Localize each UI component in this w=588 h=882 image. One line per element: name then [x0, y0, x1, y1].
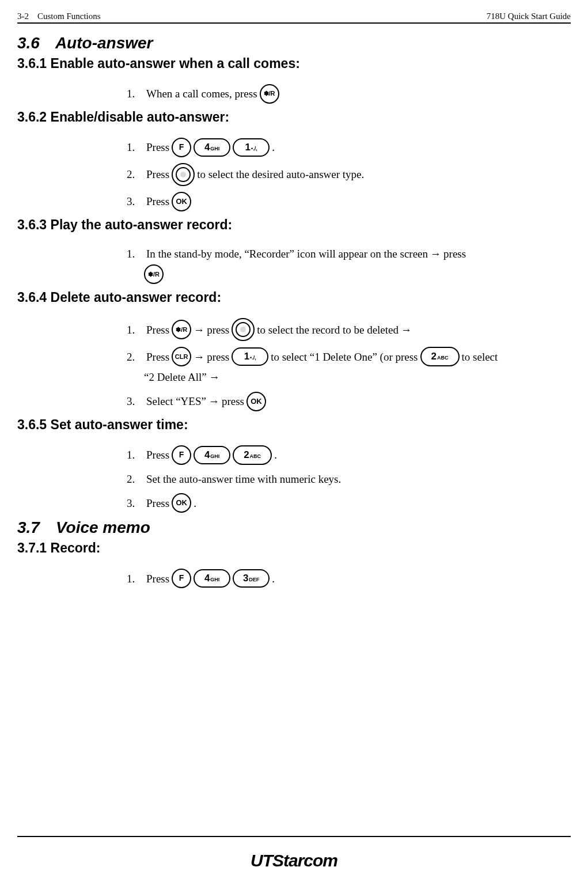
four-key-icon: 4GHI: [194, 569, 230, 588]
step-text: Press: [146, 570, 169, 587]
list-number: 3.: [127, 193, 144, 210]
f-key-icon: F: [172, 445, 191, 465]
list-item: 1. When a call comes, press ✽/R: [127, 84, 571, 104]
list-item: 3. Press OK .: [127, 493, 571, 513]
step-text: to select: [462, 349, 498, 365]
record-key-icon: ✽/R: [144, 264, 164, 284]
ok-key-icon: OK: [172, 192, 191, 211]
step-text: Set the auto-answer time with numeric ke…: [146, 471, 341, 487]
f-key-icon: F: [172, 569, 191, 588]
clr-key-icon: CLR: [172, 347, 191, 366]
list-item: 1. Press F 4GHI 2ABC .: [127, 445, 571, 465]
list-item: 1. Press F 4GHI 1•./, .: [127, 138, 571, 157]
arrow-icon: →: [401, 321, 412, 338]
arrow-icon: →: [208, 393, 219, 410]
page-header: 3-2 Custom Functions 718U Quick Start Gu…: [17, 12, 571, 21]
section-3-7-1-title: 3.7.1 Record:: [17, 540, 571, 556]
four-key-icon: 4GHI: [194, 138, 230, 157]
two-key-icon: 2ABC: [420, 347, 460, 366]
step-text: Press: [146, 166, 169, 183]
list-item: 1. Press F 4GHI 3DEF .: [127, 569, 571, 588]
step-text: press: [207, 321, 229, 338]
step-text: Press: [146, 193, 169, 210]
step-text: Select “YES”: [146, 393, 206, 410]
utstarcom-logo: UTStarcom: [0, 851, 588, 870]
record-key-icon: ✽/R: [260, 84, 279, 104]
section-3-7-title: 3.7 Voice memo: [17, 518, 571, 537]
arrow-icon: →: [209, 369, 220, 385]
list-number: 3.: [127, 495, 144, 512]
one-key-icon: 1•./,: [233, 138, 270, 157]
arrow-icon: →: [194, 321, 204, 338]
ok-key-icon: OK: [246, 392, 266, 411]
list-number: 1.: [127, 321, 144, 338]
list-number: 1.: [127, 139, 144, 156]
list-item: 2. Set the auto-answer time with numeric…: [127, 471, 571, 487]
two-key-icon: 2ABC: [233, 445, 272, 465]
step-text: press: [222, 393, 244, 410]
nav-wheel-icon: [232, 318, 255, 341]
nav-wheel-icon: [172, 163, 195, 186]
header-rule: [17, 22, 571, 24]
record-key-icon: ✽/R: [172, 320, 191, 339]
page-footer: UTStarcom: [0, 836, 588, 870]
list-number: 1.: [127, 446, 144, 463]
ok-key-icon: OK: [172, 493, 191, 513]
list-number: 3.: [127, 393, 144, 410]
list-item: 2. Press CLR → press 1•./, to select “1 …: [127, 347, 571, 385]
list-item: 1. In the stand-by mode, “Recorder” icon…: [127, 245, 571, 284]
step-end: .: [272, 139, 275, 156]
arrow-icon: →: [430, 245, 441, 262]
section-3-6-2-title: 3.6.2 Enable/disable auto-answer:: [17, 109, 571, 125]
list-number: 2.: [127, 166, 144, 183]
list-number: 2.: [127, 349, 144, 365]
step-text: Press: [146, 349, 169, 365]
list-item: 3. Select “YES” → press OK: [127, 392, 571, 411]
step-end: .: [272, 570, 275, 587]
three-key-icon: 3DEF: [233, 569, 270, 588]
step-end: .: [274, 446, 277, 463]
arrow-icon: →: [194, 349, 204, 365]
step-text: press: [207, 349, 229, 365]
step-text: Press: [146, 321, 169, 338]
step-text: press: [443, 245, 466, 262]
list-number: 2.: [127, 471, 144, 487]
section-3-6-5-title: 3.6.5 Set auto-answer time:: [17, 417, 571, 433]
list-number: 1.: [127, 245, 144, 262]
f-key-icon: F: [172, 138, 191, 157]
step-text: to select “1 Delete One” (or press: [271, 349, 418, 365]
step-text: When a call comes, press: [146, 85, 257, 102]
step-text: “2 Delete All”: [144, 369, 207, 385]
list-item: 2. Press to select the desired auto-answ…: [127, 163, 571, 186]
step-text: In the stand-by mode, “Recorder” icon wi…: [146, 245, 428, 262]
header-left: 3-2 Custom Functions: [17, 12, 101, 21]
list-item: 3. Press OK: [127, 192, 571, 211]
list-number: 1.: [127, 570, 144, 587]
section-3-6-3-title: 3.6.3 Play the auto-answer record:: [17, 217, 571, 233]
section-3-6-1-title: 3.6.1 Enable auto-answer when a call com…: [17, 56, 571, 71]
step-text: Press: [146, 446, 169, 463]
section-3-6-title: 3.6 Auto-answer: [17, 34, 571, 52]
list-item: 1. Press ✽/R → press to select the recor…: [127, 318, 571, 341]
step-text: Press: [146, 495, 169, 512]
four-key-icon: 4GHI: [194, 446, 230, 464]
section-3-6-4-title: 3.6.4 Delete auto-answer record:: [17, 290, 571, 305]
step-end: .: [194, 495, 196, 512]
header-right: 718U Quick Start Guide: [487, 12, 571, 21]
step-text: Press: [146, 139, 169, 156]
step-text: to select the record to be deleted: [257, 321, 399, 338]
step-end: to select the desired auto-answer type.: [197, 166, 364, 183]
one-key-icon: 1•./,: [232, 347, 268, 366]
list-number: 1.: [127, 85, 144, 102]
footer-rule: [17, 836, 571, 837]
